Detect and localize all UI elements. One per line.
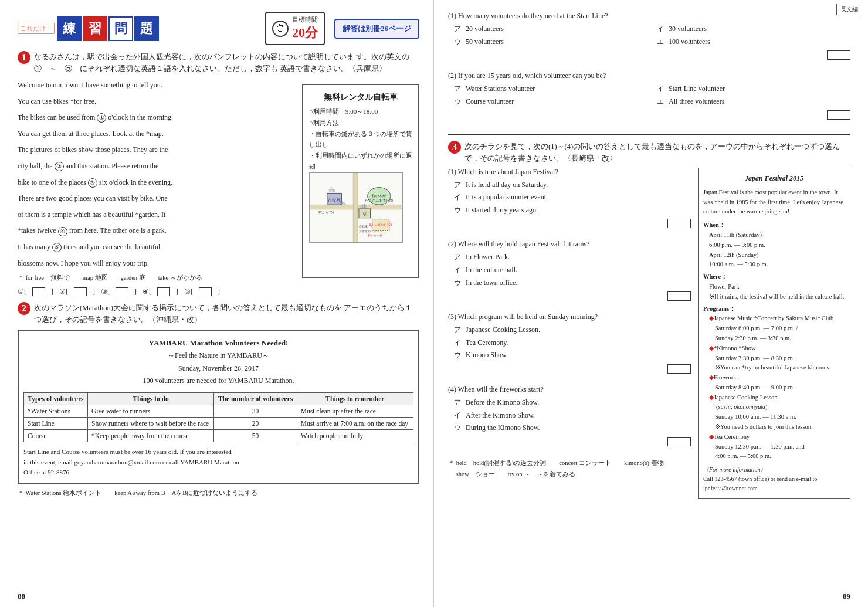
festival-where1: Flower Park bbox=[709, 282, 845, 292]
svg-text:駅から12分: 駅から12分 bbox=[367, 233, 382, 237]
s3-q2-choices: アIn Flower Park. イIn the culture hall. ウ… bbox=[454, 251, 691, 289]
s3-q4-block: (4) When will the fireworks start? アBefo… bbox=[448, 385, 691, 451]
kanji-2: 習 bbox=[83, 16, 107, 41]
section3-layout: (1) Which is true about Japan Festival? … bbox=[448, 168, 850, 499]
timer-box: ⏱ 目標時間 20分 bbox=[265, 12, 325, 45]
answer-box: 解答は別冊26ページ bbox=[334, 19, 419, 39]
table-row: Course *Keep people away from the course… bbox=[24, 430, 413, 442]
program1-time1: Saturday 6:00 p.m. — 7:00 p.m. / bbox=[715, 324, 845, 334]
festival-details: When： April 11th (Saturday) 6:00 p.m. — … bbox=[703, 221, 845, 462]
section2-instruction: 次のマラソン(Marathon)大会に関する掲示について，各問いの答えとして最も… bbox=[34, 302, 419, 325]
body-line11: It has many ⑤ trees and you can see the … bbox=[18, 241, 295, 254]
blank5-circle: ⑤ bbox=[52, 243, 62, 252]
program1: ◆Japanese Music *Concert by Sakura Music… bbox=[709, 314, 845, 324]
svg-text:たくさんある公園: たくさんある公園 bbox=[365, 199, 393, 203]
s3-q3-choices: アJapanese Cooking Lesson. イTea Ceremony.… bbox=[454, 324, 691, 362]
blank2-circle: ② bbox=[55, 162, 64, 171]
program3: ◆Fireworks bbox=[709, 373, 845, 383]
program1-time2: Sunday 2:30 p.m. — 3:30 p.m. bbox=[715, 334, 845, 344]
flyer-info: ○利用時間 9:00～18:00 ○利用方法 ・自転車の鍵がある３つの場所で貸し… bbox=[309, 106, 412, 172]
s2-q1-text: (1) How many volunteers do they need at … bbox=[448, 12, 850, 21]
choice-item: アJapanese Cooking Lesson. bbox=[454, 324, 691, 337]
kanji-3: 問 bbox=[108, 16, 133, 41]
s3-q1-block: (1) Which is true about Japan Festival? … bbox=[448, 168, 691, 233]
choice-item: アIn Flower Park. bbox=[454, 251, 691, 264]
body-line9: of them is a temple which has a beautifu… bbox=[18, 209, 295, 222]
s3-q2-answer bbox=[667, 291, 691, 301]
s3-q2-text: (2) Where will they hold Japan Festival … bbox=[448, 240, 691, 249]
festival-card-title: Japan Festival 2015 bbox=[703, 173, 845, 184]
notice-footer: Start Line and Course volunteers must be… bbox=[23, 447, 413, 478]
s2-q2-choices: アWater Stations volunteer イStart Line vo… bbox=[454, 83, 850, 108]
more-info: 〈For more information〉 Call 123-4567 (to… bbox=[703, 465, 845, 493]
col-header-number: The number of volunteers bbox=[214, 393, 297, 405]
choice-item: エAll three volunteers bbox=[657, 96, 850, 107]
choice-item: イAfter the Kimono Show. bbox=[454, 409, 691, 422]
program2-time: Saturday 7:30 p.m. — 8:30 p.m. bbox=[715, 354, 845, 364]
row2-type: Start Line bbox=[24, 418, 88, 430]
body-line7: bike to one of the places ③ six o'clock … bbox=[18, 177, 295, 189]
choice-item: エ100 volunteers bbox=[657, 36, 850, 48]
body-line8: There are two good places you can visit … bbox=[18, 192, 295, 205]
timer-label: 目標時間 bbox=[292, 15, 318, 24]
section3-questions-col: (1) Which is true about Japan Festival? … bbox=[448, 168, 691, 499]
body-line5: The pictures of bikes show those places.… bbox=[18, 144, 295, 157]
section3-header: 3 次のチラシを見て，次の(1)～(4)の問いの答えとして最も適当なものを，アー… bbox=[448, 141, 850, 164]
choice-item: ウCourse volunteer bbox=[454, 96, 647, 107]
kanji-1: 練 bbox=[57, 16, 82, 41]
section1-num: 1 bbox=[18, 51, 30, 64]
choice-item: ウIt started thirty years ago. bbox=[454, 204, 691, 217]
row3-remember: Watch people carefully bbox=[297, 430, 413, 442]
flyer-title: 無料レンタル自転車 bbox=[309, 91, 412, 104]
s2-q2-answer bbox=[827, 110, 850, 120]
svg-text:🚲: 🚲 bbox=[338, 198, 345, 205]
choice-item: ウKimono Show. bbox=[454, 349, 691, 362]
section1-header: 1 なるみさんは，駅で出会った外国人観光客に，次のパンフレットの内容について説明… bbox=[18, 51, 419, 74]
answer-blanks-row: ①[] ②[] ③[] ④[] ⑤[] bbox=[18, 287, 419, 296]
table-row: Start Line Show runners where to wait be… bbox=[24, 418, 413, 430]
festival-card: Japan Festival 2015 Japan Festival is th… bbox=[698, 168, 850, 499]
page-right: 長文編 (1) How many volunteers do they need… bbox=[434, 0, 868, 607]
s3-q4-choices: アBefore the Kimono Show. イAfter the Kimo… bbox=[454, 396, 691, 435]
svg-text:駅: 駅 bbox=[362, 212, 367, 215]
choice-item: ウDuring the Kimono Show. bbox=[454, 422, 691, 435]
s3-q3-text: (3) Which program will be held on Sunday… bbox=[448, 313, 691, 321]
section3: 3 次のチラシを見て，次の(1)～(4)の問いの答えとして最も適当なものを，アー… bbox=[448, 134, 850, 499]
marathon-sub2: Sunday, November 26, 2017 bbox=[23, 362, 413, 375]
festival-when4: 10:00 a.m. — 5:00 p.m. bbox=[709, 260, 845, 270]
col-header-todo: Things to do bbox=[88, 393, 214, 405]
marathon-table: Types of volunteers Things to do The num… bbox=[23, 392, 413, 442]
program5-time2: 4:00 p.m. — 5:00 p.m. bbox=[715, 452, 845, 462]
section3-num: 3 bbox=[448, 141, 461, 154]
body-line6: city hall, the ② and this station. Pleas… bbox=[18, 160, 295, 173]
page-number-left: 88 bbox=[18, 592, 25, 601]
row2-todo: Show runners where to wait before the ra… bbox=[88, 418, 214, 430]
choice-item: イTea Ceremony. bbox=[454, 337, 691, 350]
svg-text:🚲: 🚲 bbox=[328, 185, 336, 192]
s2-q1-answer bbox=[827, 50, 850, 60]
blank3-circle: ③ bbox=[88, 178, 97, 188]
section1-body: Welcome to our town. I have something to… bbox=[18, 79, 295, 283]
col-header-type: Types of volunteers bbox=[24, 393, 88, 405]
s3-q4-text: (4) When will the fireworks start? bbox=[448, 385, 691, 394]
choice-item: イIt is a popular summer event. bbox=[454, 191, 691, 204]
section1-content: Welcome to our town. I have something to… bbox=[18, 79, 419, 283]
program4-note: ※You need 5 dollars to join this lesson. bbox=[715, 422, 845, 432]
row1-remember: Must clean up after the race bbox=[297, 405, 413, 418]
choice-item: アIt is held all day on Saturday. bbox=[454, 179, 691, 192]
svg-text:駅から7分: 駅から7分 bbox=[318, 210, 334, 213]
choice-item: アWater Stations volunteer bbox=[454, 83, 647, 94]
marathon-notice: YAMBARU Marathon Volunteers Needed! ～Fee… bbox=[18, 330, 419, 484]
marathon-title: YAMBARU Marathon Volunteers Needed! bbox=[23, 336, 413, 350]
body-line10: *takes twelve ④ from here. The other one… bbox=[18, 225, 295, 238]
marathon-sub1: ～Feel the Nature in YAMBARU～ bbox=[23, 350, 413, 362]
page-left: これだけ！ 練 習 問 題 ⏱ 目標時間 20分 解答は別冊26ページ bbox=[0, 0, 434, 607]
row2-remember: Must arrive at 7:00 a.m. on the race day bbox=[297, 418, 413, 430]
program2-note: ※You can *try on beautiful Japanese kimo… bbox=[715, 363, 845, 373]
svg-rect-1 bbox=[353, 173, 358, 242]
row1-type: *Water Stations bbox=[24, 405, 88, 418]
page-number-right: 89 bbox=[843, 592, 850, 601]
body-line3: The bikes can be used from ① o'clock in … bbox=[18, 111, 295, 124]
row2-number: 20 bbox=[214, 418, 297, 430]
festival-when1: April 11th (Saturday) bbox=[709, 230, 845, 240]
